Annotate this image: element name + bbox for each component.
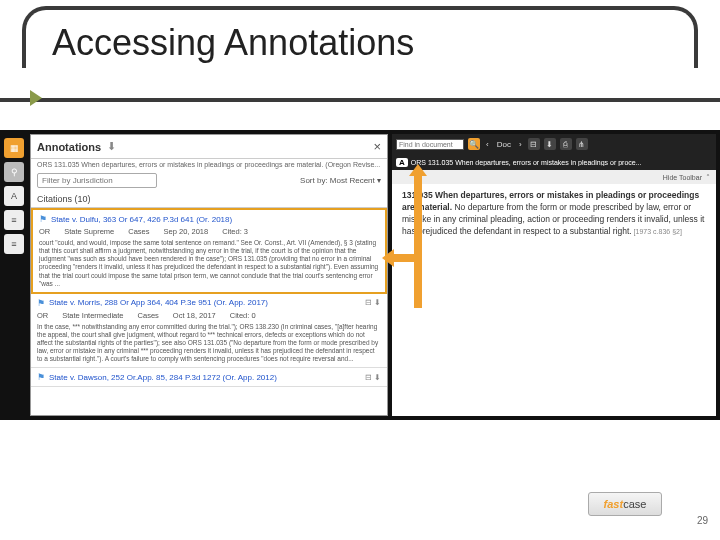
tool-rail: ▦ ⚲ A ≡ ≡ bbox=[2, 134, 28, 414]
bullet-arrow-icon bbox=[30, 90, 42, 106]
save-icon[interactable]: ⊟ bbox=[528, 138, 540, 150]
court: State Intermediate bbox=[62, 311, 123, 320]
citations-tab[interactable]: Citations (10) bbox=[31, 191, 387, 208]
callout-arrow-up bbox=[414, 174, 422, 308]
close-icon[interactable]: × bbox=[373, 139, 381, 154]
cited: Cited: 3 bbox=[222, 227, 248, 236]
date: Sep 20, 2018 bbox=[164, 227, 209, 236]
annotations-subtitle: ORS 131.035 When departures, errors or m… bbox=[31, 159, 387, 170]
annotation-badge[interactable]: A bbox=[396, 158, 408, 167]
slide-title: Accessing Annotations bbox=[52, 22, 414, 64]
cited: Cited: 0 bbox=[230, 311, 256, 320]
doc-toolbar: 🔍 ‹ Doc › ⊟ ⬇ ⎙ ⋔ bbox=[392, 134, 716, 154]
fastcase-logo: fastcase bbox=[588, 492, 662, 516]
case-link[interactable]: State v. Dawson, 252 Or.App. 85, 284 P.3… bbox=[49, 373, 277, 382]
doc-body: 131.035 When departures, errors or mista… bbox=[392, 184, 716, 244]
rail-icon-list[interactable]: ≡ bbox=[4, 210, 24, 230]
citation-item-3[interactable]: ⚑ State v. Dawson, 252 Or.App. 85, 284 P… bbox=[31, 368, 387, 387]
case-link[interactable]: State v. Morris, 288 Or App 364, 404 P.3… bbox=[49, 298, 268, 307]
callout-arrow-left bbox=[392, 254, 414, 262]
annotations-header: Annotations ⬇ × bbox=[31, 135, 387, 159]
rail-icon-auth[interactable]: A bbox=[4, 186, 24, 206]
case-link[interactable]: State v. Dulfu, 363 Or 647, 426 P.3d 641… bbox=[51, 215, 232, 224]
doc-prev[interactable]: ‹ bbox=[486, 140, 489, 149]
citation-item-1[interactable]: ⚑ State v. Dulfu, 363 Or 647, 426 P.3d 6… bbox=[31, 208, 387, 294]
court: State Supreme bbox=[64, 227, 114, 236]
doc-subtoolbar: Hide Toolbar ˄ bbox=[392, 170, 716, 184]
document-panel: 🔍 ‹ Doc › ⊟ ⬇ ⎙ ⋔ A ORS 131.035 When dep… bbox=[392, 134, 716, 416]
download-icon[interactable]: ⬇ bbox=[544, 138, 556, 150]
jur: OR bbox=[37, 311, 48, 320]
type: Cases bbox=[138, 311, 159, 320]
rail-icon-list2[interactable]: ≡ bbox=[4, 234, 24, 254]
citation-item-2[interactable]: ⚑ State v. Morris, 288 Or App 364, 404 P… bbox=[31, 294, 387, 369]
rail-icon-doc[interactable]: ▦ bbox=[4, 138, 24, 158]
app-screenshot: ▦ ⚲ A ≡ ≡ Annotations ⬇ × ORS 131.035 Wh… bbox=[0, 130, 720, 420]
find-in-document-input[interactable] bbox=[396, 139, 464, 150]
case-excerpt: In the case, *** notwithstanding any err… bbox=[37, 323, 381, 364]
download-icon[interactable]: ⬇ bbox=[107, 140, 116, 153]
annotations-title: Annotations bbox=[37, 141, 101, 153]
title-underline bbox=[0, 98, 720, 102]
filter-row: Sort by: Most Recent ▾ bbox=[31, 170, 387, 191]
save-icon[interactable]: ⊟ ⬇ bbox=[365, 373, 381, 382]
rail-icon-link[interactable]: ⚲ bbox=[4, 162, 24, 182]
statute-tail: [1973 c.836 §2] bbox=[632, 228, 682, 235]
flag-icon: ⚑ bbox=[37, 298, 45, 308]
type: Cases bbox=[128, 227, 149, 236]
chevron-up-icon[interactable]: ˄ bbox=[706, 173, 710, 182]
annotations-panel: Annotations ⬇ × ORS 131.035 When departu… bbox=[30, 134, 388, 416]
page-number: 29 bbox=[697, 515, 708, 526]
share-icon[interactable]: ⋔ bbox=[576, 138, 588, 150]
doc-next[interactable]: › bbox=[519, 140, 522, 149]
print-icon[interactable]: ⎙ bbox=[560, 138, 572, 150]
case-excerpt: court "could, and would, impose the same… bbox=[39, 239, 379, 288]
search-icon[interactable]: 🔍 bbox=[468, 138, 480, 150]
save-icon[interactable]: ⊟ ⬇ bbox=[365, 298, 381, 307]
flag-icon: ⚑ bbox=[39, 214, 47, 224]
doc-label: Doc bbox=[497, 140, 511, 149]
date: Oct 18, 2017 bbox=[173, 311, 216, 320]
jur: OR bbox=[39, 227, 50, 236]
flag-icon: ⚑ bbox=[37, 372, 45, 382]
doc-title-bar: A ORS 131.035 When departures, errors or… bbox=[392, 154, 716, 170]
hide-toolbar-button[interactable]: Hide Toolbar bbox=[663, 174, 702, 181]
sort-by-label: Sort by: Most Recent ▾ bbox=[300, 176, 381, 185]
doc-title: ORS 131.035 When departures, errors or m… bbox=[411, 159, 642, 166]
filter-jurisdiction-input[interactable] bbox=[37, 173, 157, 188]
